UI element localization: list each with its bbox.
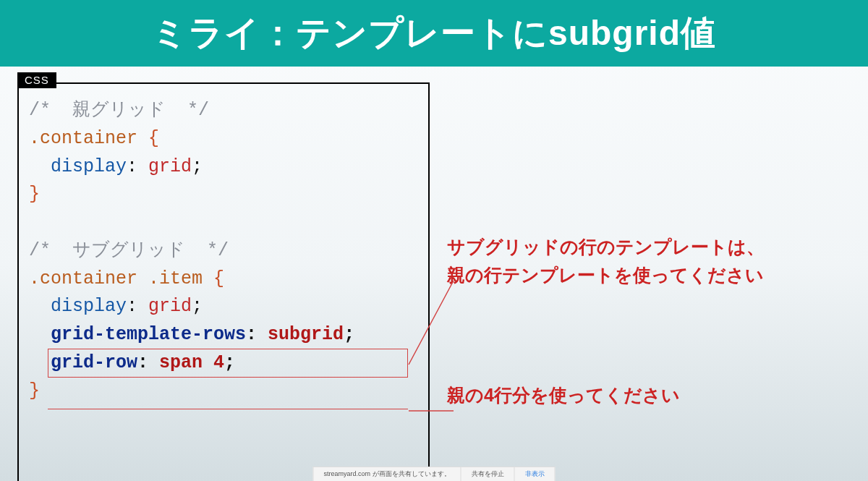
annotation-subgrid-template: サブグリッドの行のテンプレートは、 親の行テンプレートを使ってください [447,233,765,289]
slide-content: CSS /* 親グリッド */ .container { display: gr… [0,67,868,481]
screen-share-bar: streamyard.com が画面を共有しています。 共有を停止 非表示 [312,467,555,481]
code-selector-container: .container [29,128,137,149]
code-language-tab: CSS [17,72,56,88]
code-prop-gtr: grid-template-rows [51,324,246,345]
code-block: /* 親グリッド */ .container { display: grid; … [17,82,430,481]
share-status-text: streamyard.com が画面を共有しています。 [313,467,461,481]
brace-close: } [29,184,40,205]
title-bar: ミライ：テンプレートにsubgrid値 [0,0,868,67]
code-wrapper: CSS /* 親グリッド */ .container { display: gr… [17,82,430,481]
code-prop-display: display [51,156,127,177]
code-val-subgrid: subgrid [268,324,344,345]
code-comment-parent: /* 親グリッド */ [29,100,209,121]
code-val-grid: grid [148,156,192,177]
page-title: ミライ：テンプレートにsubgrid値 [152,10,716,56]
annotation-span4: 親の4行分を使ってください [447,383,680,407]
code-selector-sub: .container .item [29,268,203,289]
highlight-box-subgrid [48,349,408,378]
code-comment-sub: /* サブグリッド */ [29,240,229,261]
hide-bar-button[interactable]: 非表示 [515,467,555,481]
highlight-underline-span4 [48,378,408,409]
brace-open: { [148,128,159,149]
stop-share-button[interactable]: 共有を停止 [461,467,515,481]
